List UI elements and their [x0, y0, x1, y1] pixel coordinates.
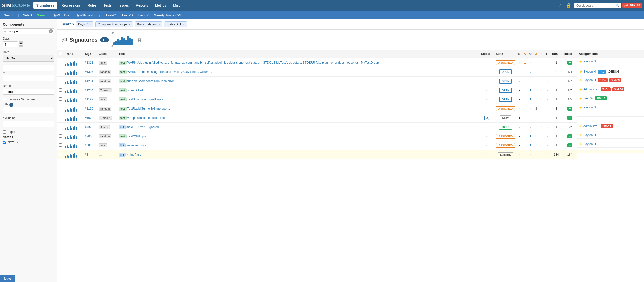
- component-clear-btn[interactable]: ✕: [49, 29, 53, 33]
- state-badge[interactable]: ASSIGNED: [496, 60, 515, 65]
- assignee-name[interactable]: ⚡ Steven H.: [579, 70, 597, 73]
- state-cell[interactable]: FIXED: [494, 123, 517, 132]
- nav-rules[interactable]: Rules: [85, 2, 100, 9]
- sig-number[interactable]: #683: [84, 141, 97, 150]
- subnav-select[interactable]: Select: [22, 13, 33, 18]
- nav-regressions[interactable]: Regressions: [58, 2, 84, 9]
- state-badge[interactable]: ASSIGNED: [496, 143, 515, 148]
- title-text[interactable]: WARN Job plugin failed job ... b_fu_gwzr…: [127, 61, 379, 64]
- row-checkbox[interactable]: [59, 70, 62, 73]
- assignee-name[interactable]: ⚡ Payton Q.: [579, 133, 597, 137]
- filter-component-remove[interactable]: ×: [128, 22, 130, 26]
- state-new-checkbox[interactable]: [3, 141, 6, 144]
- row-checkbox[interactable]: [59, 125, 62, 128]
- nav-misc[interactable]: Misc: [170, 2, 184, 9]
- state-cell[interactable]: IGNORE: [494, 150, 517, 159]
- subnav-search[interactable]: Search: [3, 13, 15, 18]
- subnav-last30[interactable]: Last-30: [137, 13, 150, 18]
- date-select[interactable]: Hit On Created: [3, 55, 54, 62]
- row-checkbox[interactable]: [59, 116, 62, 119]
- state-badge[interactable]: ASSIGNED: [496, 106, 515, 111]
- rules-plus-btn[interactable]: +: [568, 134, 572, 138]
- sig-number[interactable]: #1070: [84, 113, 97, 123]
- rules-plus-btn[interactable]: +: [568, 61, 572, 65]
- subnav-last07[interactable]: Last-07: [121, 13, 134, 18]
- title-help-icon[interactable]: ?: [10, 103, 14, 107]
- state-cell[interactable]: OPEN: [494, 86, 517, 95]
- exclusive-label[interactable]: Exclusive Signatures: [8, 98, 36, 101]
- sig-number[interactable]: #700: [84, 132, 97, 141]
- excluding-input[interactable]: [3, 121, 54, 127]
- row-checkbox[interactable]: [59, 98, 62, 101]
- days-input[interactable]: [3, 41, 18, 47]
- row-checkbox[interactable]: [59, 134, 62, 138]
- row-checkbox[interactable]: [59, 153, 62, 156]
- filter-states-remove[interactable]: ×: [183, 22, 185, 26]
- nav-signatures[interactable]: Signatures: [34, 2, 57, 9]
- filter-branch-remove[interactable]: ×: [158, 22, 160, 26]
- title-text[interactable]: make vet Error ...: [126, 144, 149, 147]
- branch-input[interactable]: [3, 89, 54, 95]
- state-cell[interactable]: ASSIGNED: [494, 104, 517, 113]
- state-badge[interactable]: OPEN: [499, 69, 512, 74]
- title-text[interactable]: TestSimscopeTunnelErrors ...: [127, 98, 166, 101]
- sig-number[interactable]: #1307: [84, 67, 97, 77]
- assignee-name[interactable]: ⚡ Administra...: [579, 88, 600, 91]
- state-badge[interactable]: FIXED: [499, 125, 512, 130]
- exclusive-checkbox[interactable]: [3, 98, 6, 101]
- assignee-name[interactable]: ⚡ Payton Q.: [579, 60, 597, 63]
- state-badge[interactable]: OPEN: [499, 79, 512, 84]
- subnav-save[interactable]: Save: [36, 13, 46, 18]
- state-badge[interactable]: IGNORE: [498, 152, 514, 157]
- title-text[interactable]: ✓ lint Pass: [126, 153, 141, 156]
- component-input[interactable]: [4, 29, 49, 33]
- state-cell[interactable]: OPEN: [494, 77, 517, 86]
- sig-number[interactable]: #1251: [84, 77, 97, 86]
- row-checkbox[interactable]: [59, 143, 62, 147]
- row-checkbox[interactable]: [59, 61, 62, 64]
- title-text[interactable]: verops simscope build failed: [127, 116, 165, 120]
- title-input[interactable]: [3, 107, 54, 113]
- state-cell[interactable]: ASSIGNED: [494, 58, 517, 67]
- row-checkbox[interactable]: [59, 79, 62, 82]
- subnav-with-build[interactable]: @With Build: [52, 13, 72, 18]
- sim-badge[interactable]: SIM-11: [601, 124, 612, 128]
- nav-metrics[interactable]: Metrics: [152, 2, 169, 9]
- assignee-name[interactable]: ⚡ Fred W.: [579, 97, 594, 100]
- rules-plus-btn[interactable]: +: [568, 143, 572, 147]
- sim-badge[interactable]: SIM-34: [612, 87, 624, 91]
- filter-days-remove[interactable]: ×: [89, 22, 91, 26]
- assignee-name[interactable]: ⚡ Payton Q.: [579, 78, 597, 82]
- title-text[interactable]: make ... Error ... ignored: [126, 125, 158, 129]
- subnav-weekly-triage[interactable]: Weekly Triage CPU: [153, 13, 183, 18]
- assignee-name[interactable]: ⚡ Administra...: [579, 124, 600, 128]
- select-all-checkbox[interactable]: [59, 52, 62, 55]
- state-cell[interactable]: ASSIGNED: [494, 141, 517, 150]
- nav-issues[interactable]: Issues: [116, 2, 132, 9]
- days-down-btn[interactable]: ▼: [19, 44, 23, 47]
- assignee-name[interactable]: ⚡ Payton Q.: [579, 142, 597, 146]
- date-from-input[interactable]: [3, 65, 54, 71]
- assignee-name[interactable]: ⚡ Payton Q.: [579, 106, 597, 109]
- subnav-with-testgroup[interactable]: @With Testgroup: [75, 13, 102, 18]
- state-badge[interactable]: ASSIGNED: [496, 134, 515, 139]
- sig-number[interactable]: #1192: [84, 95, 97, 104]
- title-text[interactable]: TestCSVImport ...: [127, 135, 151, 138]
- subnav-last01[interactable]: Last-01: [105, 13, 118, 18]
- quick-search-input[interactable]: [576, 4, 614, 7]
- sim-badge-green[interactable]: SIM-15: [595, 97, 606, 101]
- rules-plus-btn[interactable]: +: [568, 116, 572, 120]
- state-new-label[interactable]: New (1): [8, 141, 18, 144]
- sig-number[interactable]: #737: [84, 123, 97, 132]
- state-cell[interactable]: NEW: [494, 113, 517, 123]
- sig-number[interactable]: #1190: [84, 104, 97, 113]
- lock-icon[interactable]: 🔒: [564, 2, 574, 9]
- grid-icon[interactable]: ▦: [137, 37, 142, 42]
- row-checkbox[interactable]: [59, 88, 62, 92]
- title-text[interactable]: WARN Tunnel message contains invalid JSO…: [127, 70, 214, 74]
- regex-checkbox[interactable]: [3, 130, 6, 134]
- sig-number[interactable]: #1311: [84, 58, 97, 67]
- sim-badge[interactable]: SIM-33: [609, 78, 621, 82]
- date-to-input[interactable]: [3, 75, 54, 81]
- new-button[interactable]: New: [0, 275, 15, 282]
